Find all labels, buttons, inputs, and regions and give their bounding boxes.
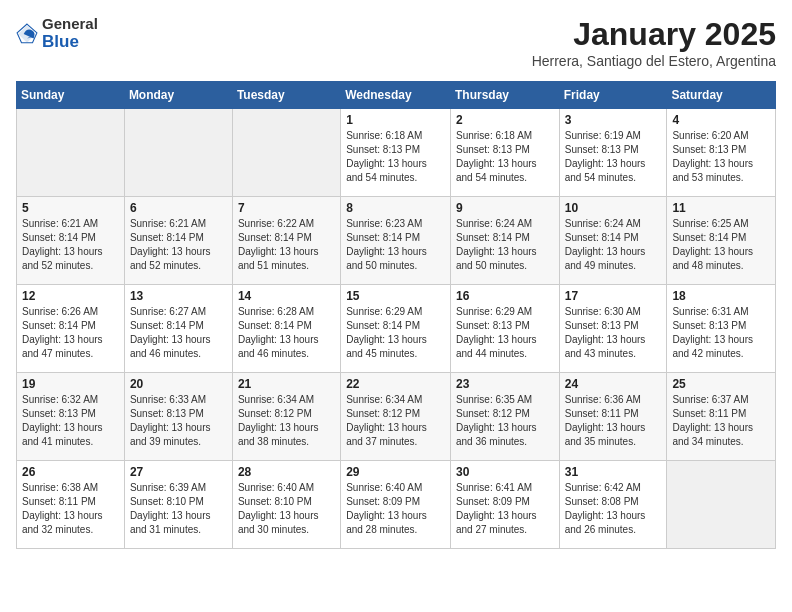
logo-icon: [16, 23, 38, 45]
calendar-day-cell: 26Sunrise: 6:38 AM Sunset: 8:11 PM Dayli…: [17, 461, 125, 549]
logo-blue: Blue: [42, 32, 79, 51]
day-number: 3: [565, 113, 662, 127]
calendar-day-cell: 11Sunrise: 6:25 AM Sunset: 8:14 PM Dayli…: [667, 197, 776, 285]
location-subtitle: Herrera, Santiago del Estero, Argentina: [532, 53, 776, 69]
day-info: Sunrise: 6:27 AM Sunset: 8:14 PM Dayligh…: [130, 305, 227, 361]
day-info: Sunrise: 6:34 AM Sunset: 8:12 PM Dayligh…: [238, 393, 335, 449]
calendar-week-row: 12Sunrise: 6:26 AM Sunset: 8:14 PM Dayli…: [17, 285, 776, 373]
calendar-day-cell: 7Sunrise: 6:22 AM Sunset: 8:14 PM Daylig…: [232, 197, 340, 285]
calendar-day-cell: 17Sunrise: 6:30 AM Sunset: 8:13 PM Dayli…: [559, 285, 667, 373]
day-info: Sunrise: 6:41 AM Sunset: 8:09 PM Dayligh…: [456, 481, 554, 537]
day-number: 12: [22, 289, 119, 303]
day-info: Sunrise: 6:38 AM Sunset: 8:11 PM Dayligh…: [22, 481, 119, 537]
day-number: 20: [130, 377, 227, 391]
day-number: 6: [130, 201, 227, 215]
calendar-day-cell: 27Sunrise: 6:39 AM Sunset: 8:10 PM Dayli…: [124, 461, 232, 549]
day-info: Sunrise: 6:40 AM Sunset: 8:09 PM Dayligh…: [346, 481, 445, 537]
calendar-day-cell: 23Sunrise: 6:35 AM Sunset: 8:12 PM Dayli…: [450, 373, 559, 461]
calendar-week-row: 5Sunrise: 6:21 AM Sunset: 8:14 PM Daylig…: [17, 197, 776, 285]
day-number: 7: [238, 201, 335, 215]
day-number: 5: [22, 201, 119, 215]
calendar-day-cell: 12Sunrise: 6:26 AM Sunset: 8:14 PM Dayli…: [17, 285, 125, 373]
day-number: 31: [565, 465, 662, 479]
weekday-header: Sunday: [17, 82, 125, 109]
calendar-day-cell: 3Sunrise: 6:19 AM Sunset: 8:13 PM Daylig…: [559, 109, 667, 197]
calendar-week-row: 19Sunrise: 6:32 AM Sunset: 8:13 PM Dayli…: [17, 373, 776, 461]
calendar-week-row: 1Sunrise: 6:18 AM Sunset: 8:13 PM Daylig…: [17, 109, 776, 197]
day-number: 23: [456, 377, 554, 391]
logo-general: General: [42, 15, 98, 32]
calendar-week-row: 26Sunrise: 6:38 AM Sunset: 8:11 PM Dayli…: [17, 461, 776, 549]
day-info: Sunrise: 6:23 AM Sunset: 8:14 PM Dayligh…: [346, 217, 445, 273]
calendar-day-cell: 1Sunrise: 6:18 AM Sunset: 8:13 PM Daylig…: [341, 109, 451, 197]
day-info: Sunrise: 6:36 AM Sunset: 8:11 PM Dayligh…: [565, 393, 662, 449]
day-info: Sunrise: 6:24 AM Sunset: 8:14 PM Dayligh…: [456, 217, 554, 273]
day-info: Sunrise: 6:29 AM Sunset: 8:14 PM Dayligh…: [346, 305, 445, 361]
weekday-header: Friday: [559, 82, 667, 109]
calendar-day-cell: [17, 109, 125, 197]
title-block: January 2025 Herrera, Santiago del Ester…: [532, 16, 776, 69]
day-number: 8: [346, 201, 445, 215]
calendar-day-cell: 24Sunrise: 6:36 AM Sunset: 8:11 PM Dayli…: [559, 373, 667, 461]
day-number: 29: [346, 465, 445, 479]
day-info: Sunrise: 6:18 AM Sunset: 8:13 PM Dayligh…: [456, 129, 554, 185]
calendar-day-cell: [232, 109, 340, 197]
calendar-day-cell: 29Sunrise: 6:40 AM Sunset: 8:09 PM Dayli…: [341, 461, 451, 549]
calendar-day-cell: 19Sunrise: 6:32 AM Sunset: 8:13 PM Dayli…: [17, 373, 125, 461]
day-number: 18: [672, 289, 770, 303]
day-number: 25: [672, 377, 770, 391]
day-info: Sunrise: 6:35 AM Sunset: 8:12 PM Dayligh…: [456, 393, 554, 449]
day-info: Sunrise: 6:21 AM Sunset: 8:14 PM Dayligh…: [130, 217, 227, 273]
calendar-day-cell: 20Sunrise: 6:33 AM Sunset: 8:13 PM Dayli…: [124, 373, 232, 461]
day-number: 16: [456, 289, 554, 303]
day-number: 30: [456, 465, 554, 479]
day-number: 10: [565, 201, 662, 215]
calendar-day-cell: 4Sunrise: 6:20 AM Sunset: 8:13 PM Daylig…: [667, 109, 776, 197]
calendar-day-cell: 15Sunrise: 6:29 AM Sunset: 8:14 PM Dayli…: [341, 285, 451, 373]
calendar-day-cell: 5Sunrise: 6:21 AM Sunset: 8:14 PM Daylig…: [17, 197, 125, 285]
day-number: 11: [672, 201, 770, 215]
calendar-day-cell: 30Sunrise: 6:41 AM Sunset: 8:09 PM Dayli…: [450, 461, 559, 549]
calendar-day-cell: 16Sunrise: 6:29 AM Sunset: 8:13 PM Dayli…: [450, 285, 559, 373]
weekday-header: Thursday: [450, 82, 559, 109]
calendar-day-cell: 31Sunrise: 6:42 AM Sunset: 8:08 PM Dayli…: [559, 461, 667, 549]
day-info: Sunrise: 6:30 AM Sunset: 8:13 PM Dayligh…: [565, 305, 662, 361]
page-header: General Blue January 2025 Herrera, Santi…: [16, 16, 776, 69]
day-info: Sunrise: 6:21 AM Sunset: 8:14 PM Dayligh…: [22, 217, 119, 273]
day-number: 2: [456, 113, 554, 127]
weekday-header: Saturday: [667, 82, 776, 109]
calendar-day-cell: 21Sunrise: 6:34 AM Sunset: 8:12 PM Dayli…: [232, 373, 340, 461]
calendar-day-cell: 28Sunrise: 6:40 AM Sunset: 8:10 PM Dayli…: [232, 461, 340, 549]
day-info: Sunrise: 6:18 AM Sunset: 8:13 PM Dayligh…: [346, 129, 445, 185]
logo: General Blue: [16, 16, 98, 51]
day-number: 17: [565, 289, 662, 303]
calendar-table: SundayMondayTuesdayWednesdayThursdayFrid…: [16, 81, 776, 549]
day-number: 26: [22, 465, 119, 479]
calendar-day-cell: 10Sunrise: 6:24 AM Sunset: 8:14 PM Dayli…: [559, 197, 667, 285]
day-info: Sunrise: 6:25 AM Sunset: 8:14 PM Dayligh…: [672, 217, 770, 273]
month-title: January 2025: [532, 16, 776, 53]
calendar-day-cell: [667, 461, 776, 549]
day-info: Sunrise: 6:24 AM Sunset: 8:14 PM Dayligh…: [565, 217, 662, 273]
day-number: 28: [238, 465, 335, 479]
calendar-day-cell: 18Sunrise: 6:31 AM Sunset: 8:13 PM Dayli…: [667, 285, 776, 373]
calendar-day-cell: [124, 109, 232, 197]
day-number: 27: [130, 465, 227, 479]
day-number: 14: [238, 289, 335, 303]
calendar-day-cell: 13Sunrise: 6:27 AM Sunset: 8:14 PM Dayli…: [124, 285, 232, 373]
calendar-day-cell: 14Sunrise: 6:28 AM Sunset: 8:14 PM Dayli…: [232, 285, 340, 373]
day-info: Sunrise: 6:33 AM Sunset: 8:13 PM Dayligh…: [130, 393, 227, 449]
calendar-day-cell: 25Sunrise: 6:37 AM Sunset: 8:11 PM Dayli…: [667, 373, 776, 461]
day-info: Sunrise: 6:22 AM Sunset: 8:14 PM Dayligh…: [238, 217, 335, 273]
day-number: 24: [565, 377, 662, 391]
calendar-day-cell: 22Sunrise: 6:34 AM Sunset: 8:12 PM Dayli…: [341, 373, 451, 461]
day-number: 4: [672, 113, 770, 127]
day-number: 15: [346, 289, 445, 303]
calendar-day-cell: 8Sunrise: 6:23 AM Sunset: 8:14 PM Daylig…: [341, 197, 451, 285]
day-number: 13: [130, 289, 227, 303]
day-info: Sunrise: 6:19 AM Sunset: 8:13 PM Dayligh…: [565, 129, 662, 185]
day-info: Sunrise: 6:20 AM Sunset: 8:13 PM Dayligh…: [672, 129, 770, 185]
day-info: Sunrise: 6:40 AM Sunset: 8:10 PM Dayligh…: [238, 481, 335, 537]
calendar-day-cell: 6Sunrise: 6:21 AM Sunset: 8:14 PM Daylig…: [124, 197, 232, 285]
day-info: Sunrise: 6:34 AM Sunset: 8:12 PM Dayligh…: [346, 393, 445, 449]
